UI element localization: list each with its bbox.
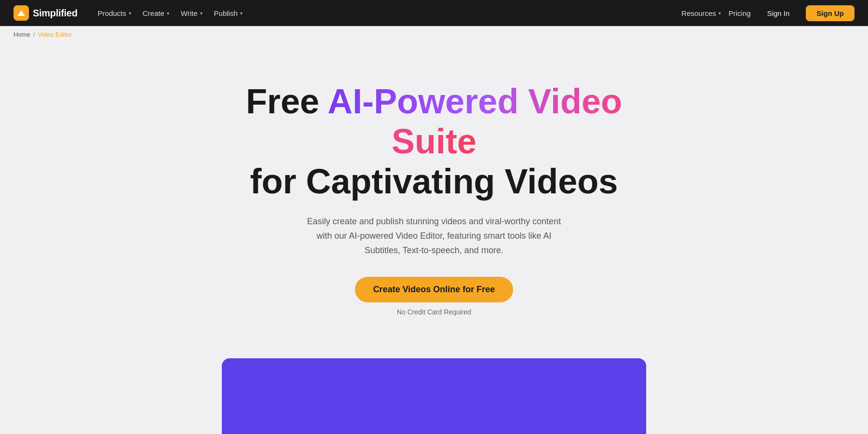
chevron-down-icon: ▾: [129, 11, 131, 16]
hero-section: Free AI-Powered Video Suite for Captivat…: [0, 43, 868, 335]
video-preview-container: [0, 335, 868, 434]
signup-button[interactable]: Sign Up: [806, 5, 854, 21]
breadcrumb-current-page: Video Editor: [38, 31, 72, 38]
navbar-right: Resources ▾ Pricing Sign In Sign Up: [681, 5, 854, 21]
nav-item-write[interactable]: Write ▾: [176, 6, 207, 20]
chevron-down-icon: ▾: [167, 11, 169, 16]
svg-point-1: [19, 12, 23, 16]
chevron-down-icon: ▾: [719, 11, 721, 16]
hero-title: Free AI-Powered Video Suite for Captivat…: [217, 81, 651, 201]
hero-no-card-text: No Credit Card Required: [397, 308, 471, 316]
signin-button[interactable]: Sign In: [759, 6, 799, 21]
breadcrumb-separator: /: [33, 31, 35, 38]
logo-link[interactable]: Simplified: [14, 5, 78, 21]
logo-text: Simplified: [33, 8, 78, 19]
navbar-left: Simplified Products ▾ Create ▾ Write ▾ P…: [14, 5, 247, 21]
hero-cta-button[interactable]: Create Videos Online for Free: [355, 277, 514, 302]
navbar: Simplified Products ▾ Create ▾ Write ▾ P…: [0, 0, 868, 26]
hero-title-plain-2: for Captivating Videos: [250, 162, 618, 201]
breadcrumb: Home / Video Editor: [0, 26, 868, 43]
nav-item-products[interactable]: Products ▾: [93, 6, 136, 20]
chevron-down-icon: ▾: [240, 11, 243, 16]
nav-item-publish[interactable]: Publish ▾: [209, 6, 247, 20]
video-preview-box: [222, 358, 646, 434]
chevron-down-icon: ▾: [200, 11, 203, 16]
nav-item-create[interactable]: Create ▾: [138, 6, 174, 20]
nav-item-pricing[interactable]: Pricing: [729, 9, 751, 17]
hero-title-gradient: AI-Powered Video Suite: [327, 82, 622, 161]
hero-subtitle: Easily create and publish stunning video…: [299, 215, 569, 258]
nav-items: Products ▾ Create ▾ Write ▾ Publish ▾: [93, 6, 247, 20]
hero-title-plain-1: Free: [246, 82, 327, 121]
breadcrumb-home-link[interactable]: Home: [14, 31, 30, 38]
nav-item-resources[interactable]: Resources ▾: [681, 9, 721, 17]
logo-icon: [14, 5, 29, 21]
